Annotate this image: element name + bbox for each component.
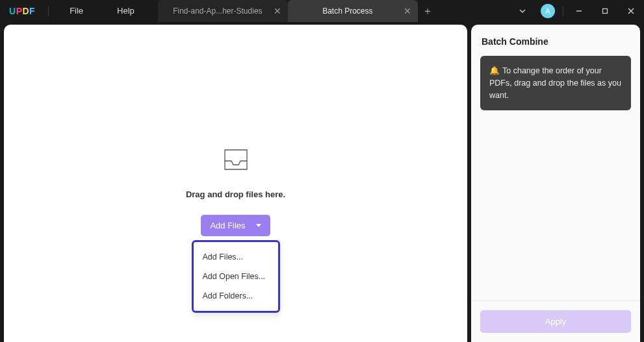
tab-batch-process[interactable]: Batch Process ✕ [288,0,418,22]
close-icon[interactable]: ✕ [274,6,281,16]
dropzone-text: Drag and drop files here. [186,189,285,199]
menubar: File Help [53,0,151,22]
apply-button[interactable]: Apply [480,310,631,333]
menu-file[interactable]: File [53,0,100,22]
close-button[interactable] [618,0,644,22]
dropdown-add-files[interactable]: Add Files... [194,247,278,267]
add-files-dropdown: Add Files... Add Open Files... Add Folde… [192,240,280,313]
titlebar: UPDF File Help Find-and-Ap...her-Studies… [0,0,644,22]
logo-letter-u: U [9,6,16,16]
add-files-label: Add Files [210,221,245,230]
divider [563,6,563,16]
avatar-initial: A [545,7,550,15]
side-panel-title: Batch Combine [471,25,640,56]
logo-letter-p: P [16,6,23,16]
tabs: Find-and-Ap...her-Studies ✕ Batch Proces… [158,0,437,22]
main-panel: Drag and drop files here. Add Files Add … [4,25,467,342]
tip-text: To change the order of your PDFs, drag a… [489,66,621,100]
add-files-button[interactable]: Add Files [201,215,270,236]
chevron-down-icon[interactable] [509,0,535,22]
dropdown-add-folders[interactable]: Add Folders... [194,286,278,306]
logo-letter-f: F [29,6,35,16]
app-logo: UPDF [0,6,44,16]
svg-rect-1 [603,9,608,14]
avatar[interactable]: A [541,4,555,18]
side-panel: Batch Combine 🔔To change the order of yo… [471,25,640,342]
divider [48,6,49,16]
add-tab-button[interactable]: ＋ [418,5,437,18]
logo-letter-d: D [22,6,29,16]
titlebar-right: A [509,0,644,22]
minimize-button[interactable] [566,0,592,22]
inbox-icon [223,148,249,171]
apply-bar: Apply [471,300,640,342]
close-icon[interactable]: ✕ [404,6,411,16]
dropzone[interactable]: Drag and drop files here. Add Files Add … [186,148,285,313]
tab-label: Batch Process [322,6,372,16]
tip-box: 🔔To change the order of your PDFs, drag … [480,56,631,110]
menu-help[interactable]: Help [100,0,151,22]
dropdown-add-open-files[interactable]: Add Open Files... [194,267,278,286]
caret-down-icon [256,224,261,227]
maximize-button[interactable] [592,0,618,22]
bell-icon: 🔔 [489,66,500,75]
tab-document[interactable]: Find-and-Ap...her-Studies ✕ [158,0,288,22]
content-area: Drag and drop files here. Add Files Add … [0,22,644,342]
tab-label: Find-and-Ap...her-Studies [173,6,262,16]
